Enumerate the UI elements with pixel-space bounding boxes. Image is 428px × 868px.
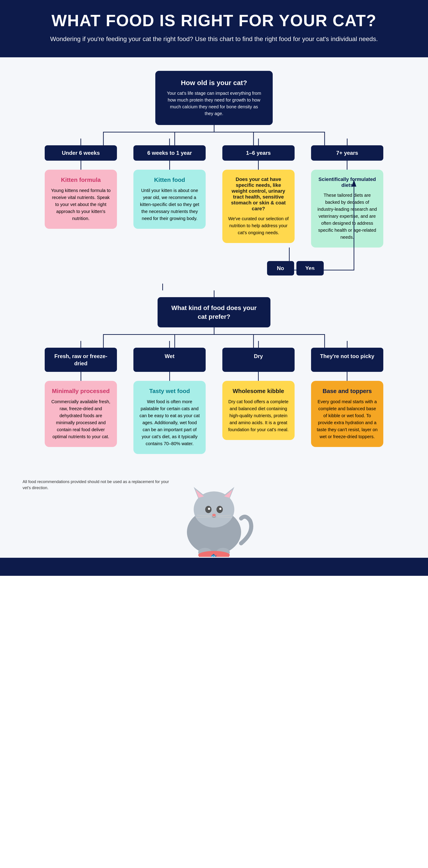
- main-content: How old is your cat? Your cat's life sta…: [0, 57, 428, 467]
- page-title: What Food Is Right For Your Cat?: [45, 11, 383, 30]
- food-card-2-body: Dry cat food offers a complete and balan…: [228, 398, 289, 433]
- food-card-2: Wholesome kibble Dry cat food offers a c…: [222, 381, 295, 440]
- food-box-3: They're not too picky: [311, 348, 383, 372]
- food-card-3: Base and toppers Every good meal starts …: [311, 381, 383, 447]
- connector-root-down: [214, 125, 214, 132]
- age-card-1-title: Kitten food: [139, 177, 200, 183]
- food-tree-line: [45, 334, 383, 348]
- root-question-title: How old is your cat?: [166, 79, 262, 87]
- age-card-0-body: Young kittens need formula to receive vi…: [50, 187, 112, 222]
- food-card-0: Minimally processed Commercially availab…: [45, 381, 117, 447]
- food-content-cards: Minimally processed Commercially availab…: [45, 381, 383, 454]
- header: What Food Is Right For Your Cat? Wonderi…: [0, 0, 428, 57]
- footer-disclaimer: All food recommendations provided should…: [18, 474, 176, 491]
- age-card-0-title: Kitten formula: [50, 177, 112, 183]
- age-card-3: Scientifically formulated diets These ta…: [311, 170, 383, 248]
- food-card-3-title: Base and toppers: [316, 388, 378, 395]
- age-tree-line: [45, 132, 383, 145]
- root-question-box: How old is your cat? Your cat's life sta…: [155, 71, 273, 125]
- age-box-0: Under 6 weeks: [45, 145, 117, 161]
- yes-arrow-svg: [45, 248, 383, 284]
- food-question-box: What kind of food does your cat prefer?: [158, 297, 270, 328]
- age-box-1: 6 weeks to 1 year: [133, 145, 206, 161]
- food-box-0: Fresh, raw or freeze-dried: [45, 348, 117, 372]
- age-card-3-body: These tailored diets are backed by decad…: [316, 192, 378, 241]
- svg-point-9: [208, 508, 210, 510]
- food-card-1-title: Tasty wet food: [139, 388, 200, 395]
- food-boxes-row: Fresh, raw or freeze-dried Wet Dry They'…: [45, 348, 383, 372]
- no-connector-down: [162, 284, 163, 290]
- food-box-1: Wet: [133, 348, 206, 372]
- age-card-2-body: We've curated our selection of nutrition…: [228, 215, 289, 236]
- food-card-1-body: Wet food is often more palatable for cer…: [139, 398, 200, 447]
- age-card-2: Does your cat have specific needs, like …: [222, 170, 295, 243]
- header-subtitle: Wondering if you're feeding your cat the…: [45, 34, 383, 44]
- flowchart: How old is your cat? Your cat's life sta…: [18, 71, 410, 467]
- cat-illustration: 🐟: [171, 480, 257, 558]
- food-question-area: What kind of food does your cat prefer?: [45, 284, 383, 328]
- age-card-1: Kitten food Until your kitten is about o…: [133, 170, 206, 229]
- svg-point-10: [219, 508, 221, 510]
- age-connectors-down: [45, 161, 383, 170]
- root-question-description: Your cat's life stage can impact everyth…: [166, 90, 262, 117]
- age-box-2: 1–6 years: [222, 145, 295, 161]
- food-card-1: Tasty wet food Wet food is often more pa…: [133, 381, 206, 454]
- age-card-3-title: Scientifically formulated diets: [316, 177, 378, 188]
- age-card-2-title: Does your cat have specific needs, like …: [228, 177, 289, 212]
- food-card-0-body: Commercially available fresh, raw, freez…: [50, 398, 112, 440]
- age-boxes-row: Under 6 weeks 6 weeks to 1 year 1–6 year…: [45, 145, 383, 161]
- food-box-2: Dry: [222, 348, 295, 372]
- cat-svg: 🐟: [171, 480, 257, 557]
- food-connectors-down: [45, 372, 383, 381]
- food-card-2-title: Wholesome kibble: [228, 388, 289, 395]
- svg-text:🐟: 🐟: [211, 553, 217, 557]
- age-content-cards: Kitten formula Young kittens need formul…: [45, 170, 383, 248]
- no-connector-down2: [214, 290, 214, 297]
- svg-point-11: [212, 514, 216, 517]
- footer-area: All food recommendations provided should…: [0, 467, 428, 558]
- food-card-0-title: Minimally processed: [50, 388, 112, 395]
- bottom-bar: [0, 558, 428, 576]
- food-connector-down: [214, 328, 214, 334]
- decision-area: No Yes: [45, 248, 383, 284]
- age-box-3: 7+ years: [311, 145, 383, 161]
- age-card-1-body: Until your kitten is about one year old,…: [139, 187, 200, 222]
- age-card-0: Kitten formula Young kittens need formul…: [45, 170, 117, 229]
- food-card-3-body: Every good meal starts with a complete a…: [316, 398, 378, 440]
